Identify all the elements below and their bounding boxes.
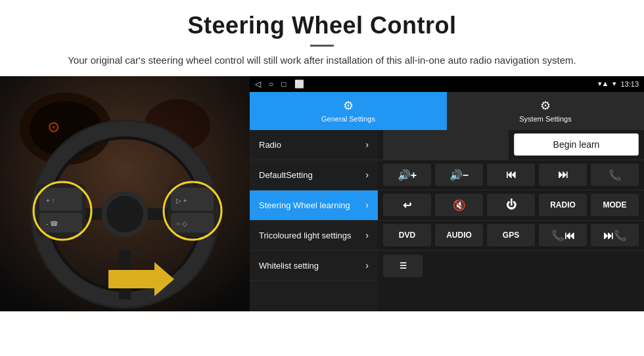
left-menu: Radio › DefaultSetting › Steering Wheel … [250, 130, 378, 311]
android-panel: ◁ ○ □ ⬜ ▾▲ ▾ 13:13 ⚙ General Settings ⚙ … [250, 76, 644, 311]
nav-icons: ◁ ○ □ ⬜ [255, 79, 304, 89]
chevron-icon-default: › [365, 169, 369, 180]
menu-whitelist-label: Whitelist setting [259, 261, 319, 271]
tab-general-label: General Settings [321, 115, 375, 123]
tab-general[interactable]: ⚙ General Settings [250, 92, 447, 130]
tab-system[interactable]: ⚙ System Settings [447, 92, 644, 130]
time-display: 13:13 [620, 80, 639, 88]
chevron-icon-tricoloured: › [365, 230, 369, 240]
vol-up-button[interactable]: 🔊+ [383, 164, 431, 186]
chevron-icon-whitelist: › [365, 260, 369, 271]
gps-button[interactable]: GPS [487, 224, 535, 246]
header-description: Your original car's steering wheel contr… [26, 53, 618, 68]
menu-steering-label: Steering Wheel learning [259, 200, 350, 210]
controls-row-1: 🔊+ 🔊− ⏮ ⏭ 📞 [378, 160, 644, 190]
vol-down-button[interactable]: 🔊− [435, 164, 483, 186]
recents-icon[interactable]: □ [281, 79, 286, 89]
next-track-button[interactable]: ⏭📞 [591, 224, 639, 246]
hang-button[interactable]: ↩ [383, 194, 431, 216]
screenshot-icon[interactable]: ⬜ [294, 79, 304, 89]
header-divider [310, 45, 334, 47]
svg-point-12 [106, 196, 143, 233]
right-controls: Begin learn 🔊+ 🔊− ⏮ ⏭ 📞 ↩ 🔇 ⏻ RADIO MODE [378, 130, 644, 311]
radio-button[interactable]: RADIO [539, 194, 587, 216]
mode-button[interactable]: MODE [591, 194, 639, 216]
menu-item-radio[interactable]: Radio › [250, 130, 378, 160]
svg-text:⊙: ⊙ [47, 119, 59, 135]
learn-input-box[interactable] [383, 130, 509, 160]
steering-wheel-image: ⊙ + ↑ - ☎ [0, 76, 250, 311]
main-content: ⊙ + ↑ - ☎ [0, 76, 644, 311]
menu-tricoloured-label: Tricoloured light settings [259, 231, 351, 240]
menu-default-label: DefaultSetting [259, 170, 313, 180]
menu-item-steering-wheel[interactable]: Steering Wheel learning › [250, 190, 378, 221]
chevron-icon-steering: › [365, 200, 369, 210]
controls-row-2: ↩ 🔇 ⏻ RADIO MODE [378, 190, 644, 221]
menu-item-tricoloured[interactable]: Tricoloured light settings › [250, 221, 378, 251]
begin-learn-button[interactable]: Begin learn [514, 133, 639, 156]
wifi-icon: ▾ [612, 79, 616, 88]
system-settings-icon: ⚙ [540, 99, 551, 113]
page-header: Steering Wheel Control Your original car… [0, 0, 644, 76]
back-icon[interactable]: ◁ [255, 79, 261, 89]
tab-system-label: System Settings [519, 115, 571, 123]
status-right: ▾▲ ▾ 13:13 [598, 79, 639, 88]
power-button[interactable]: ⏻ [487, 194, 535, 216]
phone-button[interactable]: 📞 [591, 164, 639, 186]
mute-button[interactable]: 🔇 [435, 194, 483, 216]
controls-row-4: ☰ [378, 251, 644, 281]
svg-text:+  ↑: + ↑ [46, 197, 55, 204]
audio-button[interactable]: AUDIO [435, 224, 483, 246]
prev-button[interactable]: ⏮ [487, 164, 535, 186]
tab-bar: ⚙ General Settings ⚙ System Settings [250, 92, 644, 130]
menu-controls-area: Radio › DefaultSetting › Steering Wheel … [250, 130, 644, 311]
begin-learn-row: Begin learn [378, 130, 644, 160]
steering-wheel-svg: ⊙ + ↑ - ☎ [0, 76, 250, 311]
menu-radio-label: Radio [259, 140, 281, 150]
menu-item-default-setting[interactable]: DefaultSetting › [250, 160, 378, 190]
svg-text:-  ☎: - ☎ [46, 220, 58, 227]
next-button[interactable]: ⏭ [539, 164, 587, 186]
home-icon[interactable]: ○ [269, 79, 273, 89]
status-bar: ◁ ○ □ ⬜ ▾▲ ▾ 13:13 [250, 76, 644, 92]
signal-icon: ▾▲ [598, 79, 609, 88]
dvd-button[interactable]: DVD [383, 224, 431, 246]
page-title: Steering Wheel Control [26, 12, 618, 39]
general-settings-icon: ⚙ [343, 99, 354, 113]
svg-text:○  ◇: ○ ◇ [176, 220, 187, 227]
prev-track-button[interactable]: 📞⏮ [539, 224, 587, 246]
list-button[interactable]: ☰ [383, 255, 423, 277]
chevron-icon-radio: › [365, 139, 369, 150]
menu-item-whitelist[interactable]: Whitelist setting › [250, 251, 378, 281]
svg-text:▷  +: ▷ + [176, 197, 187, 204]
controls-row-3: DVD AUDIO GPS 📞⏮ ⏭📞 [378, 221, 644, 251]
